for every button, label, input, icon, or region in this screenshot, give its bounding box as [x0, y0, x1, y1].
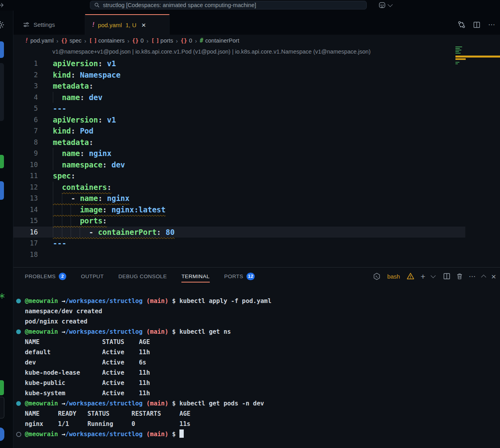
code-line[interactable]: 13 - name: nginx — [13, 193, 465, 204]
chevron-down-icon[interactable] — [388, 2, 393, 7]
tab-label: Settings — [34, 21, 55, 28]
breadcrumb-item[interactable]: {}spec — [61, 37, 82, 44]
breadcrumb: !pod.yaml›{}spec›[ ]containers›{}0›[ ]po… — [13, 35, 500, 46]
bottom-panel: PROBLEMS2OUTPUTDEBUG CONSOLETERMINALPORT… — [13, 267, 500, 448]
terminal-line: nginx 1/1 Running 0 11s — [13, 419, 500, 429]
error-icon: ! — [25, 37, 28, 44]
object-icon: {} — [181, 37, 187, 44]
code-line[interactable]: 5--- — [13, 103, 465, 114]
more-actions-icon[interactable]: ⋯ — [488, 20, 495, 29]
kill-terminal-icon[interactable] — [456, 273, 463, 280]
panel-tab-output[interactable]: OUTPUT — [81, 268, 104, 285]
minimap[interactable] — [454, 45, 500, 71]
panel-more-icon[interactable]: ⋯ — [469, 272, 476, 281]
code-text: --- — [53, 103, 66, 114]
command-center-search[interactable]: structlog [Codespaces: animated space co… — [90, 1, 367, 9]
panel-header: PROBLEMS2OUTPUTDEBUG CONSOLETERMINALPORT… — [13, 268, 500, 285]
prompt-dot-icon — [16, 299, 21, 303]
chevron-right-icon: › — [127, 37, 129, 44]
terminal[interactable]: @meowrain →/workspaces/structlog (main) … — [13, 285, 500, 439]
code-line[interactable]: 6apiVersion: v1 — [13, 114, 465, 126]
code-line[interactable]: 16 - containerPort: 80 — [13, 227, 465, 238]
code-line[interactable]: 12 containers: — [13, 182, 465, 193]
rail-fragment-blue — [0, 181, 4, 200]
panel-tab-problems[interactable]: PROBLEMS2 — [25, 268, 66, 285]
code-text: spec: — [53, 170, 75, 182]
terminal-line: NAME STATUS AGE — [13, 337, 500, 347]
minimap-code — [455, 61, 466, 65]
panel-tab-debug-console[interactable]: DEBUG CONSOLE — [118, 268, 167, 285]
code-line[interactable]: 7kind: Pod — [13, 125, 465, 137]
schema-lens[interactable]: v1@namespace+v1@pod.json | io.k8s.api.co… — [13, 46, 500, 58]
shell-label[interactable]: bash — [387, 273, 400, 280]
tab-label: pod.yaml — [98, 22, 122, 28]
terminal-lines: @meowrain →/workspaces/structlog (main) … — [13, 296, 500, 439]
panel-tab-terminal[interactable]: TERMINAL — [181, 268, 209, 285]
array-icon: [ ] — [151, 37, 158, 44]
tab-bar: Settings ! pod.yaml 1, U × ⋯ — [13, 11, 500, 35]
panel-tabs: PROBLEMS2OUTPUTDEBUG CONSOLETERMINALPORT… — [25, 268, 269, 285]
breadcrumb-item[interactable]: [ ]containers — [89, 37, 125, 44]
code-line[interactable]: 10 namespace: dev — [13, 159, 465, 171]
line-number: 6 — [13, 114, 38, 126]
code-lines[interactable]: 1apiVersion: v12kind: Namespace3metadata… — [13, 58, 465, 260]
code-line[interactable]: 11spec: — [13, 170, 465, 182]
tab-pod-yaml[interactable]: ! pod.yaml 1, U × — [85, 14, 170, 35]
terminal-line: default Active 11h — [13, 347, 500, 357]
launch-profile-chevron-icon[interactable] — [431, 273, 436, 278]
breadcrumb-label: 0 — [189, 37, 192, 44]
breadcrumb-item[interactable]: {}0 — [181, 37, 192, 44]
code-line[interactable]: 1apiVersion: v1 — [13, 58, 465, 69]
sliders-icon — [23, 21, 30, 28]
panel-tab-ports[interactable]: PORTS12 — [224, 268, 255, 285]
close-panel-icon[interactable]: × — [491, 272, 496, 281]
rail-fragment-box — [0, 397, 4, 418]
terminal-line: kube-system Active 11h — [13, 388, 500, 398]
warning-icon[interactable] — [407, 272, 414, 280]
code-line[interactable]: 14 image: nginx:latest — [13, 204, 465, 216]
code-line[interactable]: 9 name: nginx — [13, 148, 465, 159]
line-number: 14 — [13, 204, 38, 216]
sparkle-icon — [0, 293, 5, 299]
tab-settings[interactable]: Settings — [13, 14, 85, 35]
gear-icon — [0, 20, 5, 30]
line-number: 8 — [13, 137, 38, 148]
breadcrumb-item[interactable]: [ ]ports — [151, 37, 173, 44]
breadcrumb-item[interactable]: #containerPort — [200, 37, 239, 44]
code-line[interactable]: 17--- — [13, 238, 465, 249]
breadcrumb-item[interactable]: !pod.yaml — [25, 37, 54, 44]
count-badge: 2 — [59, 273, 66, 280]
code-text: --- — [53, 238, 66, 249]
left-rail — [0, 11, 13, 448]
code-text: kind: Namespace — [53, 69, 121, 81]
maximize-panel-icon[interactable] — [481, 275, 486, 280]
code-text: name: dev — [53, 92, 103, 103]
close-icon[interactable]: × — [142, 21, 146, 29]
open-changes-icon[interactable] — [458, 21, 465, 28]
line-number: 18 — [13, 249, 38, 260]
code-line[interactable]: 15 ports: — [13, 215, 465, 227]
breadcrumb-label: 0 — [140, 37, 144, 44]
breadcrumb-label: containerPort — [205, 37, 239, 44]
terminal-line: NAME READY STATUS RESTARTS AGE — [13, 409, 500, 419]
line-number: 11 — [13, 170, 38, 182]
remote-menu-icon[interactable] — [378, 1, 386, 9]
terminal-line: @meowrain →/workspaces/structlog (main) … — [13, 398, 500, 409]
line-number: 15 — [13, 215, 38, 227]
rail-fragment-green — [0, 155, 4, 168]
error-mark-icon: ! — [92, 21, 94, 28]
code-line[interactable]: 3metadata: — [13, 80, 465, 92]
code-line[interactable]: 8metadata: — [13, 137, 465, 148]
code-line[interactable]: 2kind: Namespace — [13, 69, 465, 81]
prompt-dot-icon — [16, 401, 21, 406]
array-icon: [ ] — [89, 37, 96, 44]
split-terminal-icon[interactable] — [443, 273, 450, 280]
breadcrumb-item[interactable]: {}0 — [132, 37, 144, 44]
new-terminal-icon[interactable]: + — [420, 272, 425, 281]
code-text: name: nginx — [53, 148, 112, 159]
rail-fragment-circle — [0, 428, 4, 441]
code-line[interactable]: 4 name: dev — [13, 92, 465, 103]
code-line[interactable]: 18 — [13, 249, 465, 260]
split-editor-icon[interactable] — [473, 21, 480, 28]
code-text: image: nginx:latest — [53, 204, 166, 216]
